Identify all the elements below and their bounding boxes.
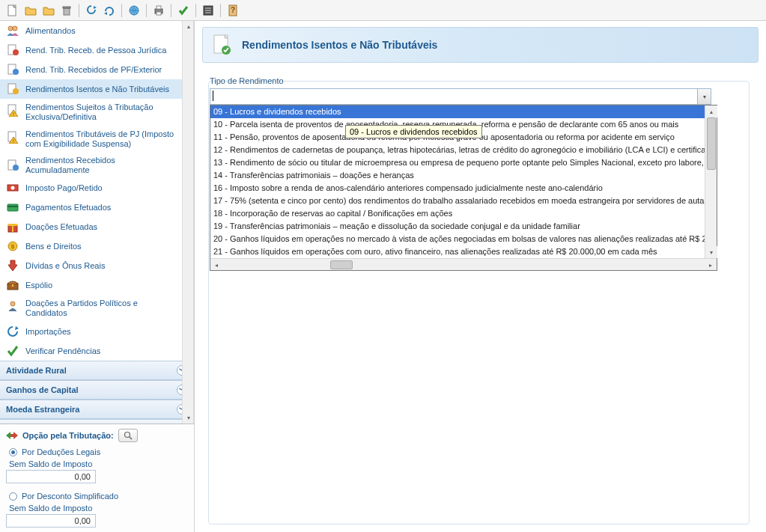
sidebar-scrollbar[interactable]: ▴ ▾ bbox=[182, 21, 193, 424]
accordion-label: Atividade Rural bbox=[6, 366, 67, 375]
sidebar-item-12[interactable]: Espólio bbox=[0, 275, 182, 295]
scroll-down-icon[interactable]: ▾ bbox=[705, 246, 717, 258]
svg-rect-34 bbox=[7, 204, 18, 211]
refresh-icon bbox=[6, 325, 19, 338]
trash-button[interactable] bbox=[58, 2, 75, 19]
accordion-label: Ganhos de Capital bbox=[6, 385, 79, 394]
folder-button[interactable] bbox=[40, 2, 57, 19]
list-button[interactable] bbox=[200, 2, 216, 19]
new-doc-button[interactable] bbox=[4, 2, 21, 19]
scroll-up-icon[interactable]: ▴ bbox=[183, 21, 194, 32]
hscroll-thumb[interactable] bbox=[330, 260, 353, 269]
accordion-3[interactable]: Renda Variável︽ bbox=[0, 419, 193, 424]
tax-option-search-button[interactable] bbox=[118, 429, 138, 442]
sidebar-item-label: Alimentandos bbox=[25, 26, 76, 36]
svg-rect-3 bbox=[63, 7, 70, 8]
doc-warn-icon: ! bbox=[6, 130, 19, 144]
tax-option-panel: Opção pela Tributação: Por Deduções Lega… bbox=[0, 424, 194, 532]
dropdown-tooltip: 09 - Lucros e dividendos recebidos bbox=[345, 125, 482, 138]
sidebar-item-5[interactable]: !Rendimentos Tributáveis de PJ (Imposto … bbox=[0, 126, 182, 153]
dropdown-option[interactable]: 14 - Transferências patrimoniais – doaçõ… bbox=[210, 169, 705, 182]
coin-icon: $ bbox=[6, 239, 19, 253]
people-icon bbox=[6, 24, 19, 37]
combo-dropdown-button[interactable]: ▾ bbox=[697, 89, 711, 104]
text-cursor bbox=[213, 91, 213, 101]
scroll-up-icon[interactable]: ▴ bbox=[705, 106, 717, 117]
sidebar-item-label: Rendimentos Tributáveis de PJ (Imposto c… bbox=[25, 129, 176, 149]
tax-option-simplified-radio[interactable]: Por Desconto Simplificado bbox=[6, 489, 188, 502]
dropdown-option[interactable]: 12 - Rendimentos de cadernetas de poupan… bbox=[210, 144, 705, 156]
accordion-2[interactable]: Moeda Estrangeira︾ bbox=[0, 400, 193, 419]
svg-point-19 bbox=[13, 49, 19, 55]
sidebar-item-11[interactable]: Dívidas e Ônus Reais bbox=[0, 256, 182, 275]
sidebar-item-label: Rend. Trib. Receb. de Pessoa Jurídica bbox=[25, 46, 166, 55]
svg-text:!: ! bbox=[13, 111, 14, 117]
dropdown-option[interactable]: 13 - Rendimento de sócio ou titular de m… bbox=[210, 156, 705, 169]
sidebar-item-3[interactable]: Rendimentos Isentos e Não Tributáveis bbox=[0, 79, 182, 99]
doc-red-icon bbox=[6, 43, 19, 57]
svg-rect-43 bbox=[12, 284, 13, 287]
dropdown-option[interactable]: 19 - Transferências patrimoniais – meaçã… bbox=[210, 220, 705, 233]
print-button[interactable] bbox=[151, 2, 167, 19]
accordion-label: Moeda Estrangeira bbox=[6, 405, 79, 414]
sidebar-item-label: Rendimentos Sujeitos à Tributação Exclus… bbox=[25, 103, 176, 122]
svg-text:?: ? bbox=[231, 6, 235, 14]
sidebar-item-6[interactable]: Rendimentos Recebidos Acumuladamente bbox=[0, 153, 182, 178]
sync-down-button[interactable] bbox=[83, 2, 100, 19]
sidebar-item-4[interactable]: !Rendimentos Sujeitos à Tributação Exclu… bbox=[0, 99, 182, 126]
sidebar-item-label: Doações Efetuadas bbox=[25, 222, 97, 232]
globe-button[interactable] bbox=[126, 2, 142, 19]
sidebar-item-15[interactable]: Verificar Pendências bbox=[0, 341, 182, 361]
svg-point-16 bbox=[8, 26, 13, 31]
sidebar-item-10[interactable]: $Bens e Direitos bbox=[0, 236, 182, 256]
scroll-right-icon[interactable]: ▸ bbox=[705, 259, 717, 271]
sidebar-item-14[interactable]: Importações bbox=[0, 322, 182, 341]
sync-up-button[interactable] bbox=[101, 2, 118, 19]
gift-icon bbox=[6, 220, 19, 233]
svg-line-49 bbox=[130, 437, 132, 439]
accordion-0[interactable]: Atividade Rural︾ bbox=[0, 361, 193, 380]
dropdown-option[interactable]: 18 - Incorporação de reservas ao capital… bbox=[210, 207, 705, 220]
chest-icon bbox=[6, 278, 19, 292]
income-type-input[interactable] bbox=[210, 88, 711, 105]
sidebar-item-label: Doações a Partidos Políticos e Candidato… bbox=[25, 299, 176, 318]
sidebar-item-9[interactable]: Doações Efetuadas bbox=[0, 217, 182, 236]
sidebar-item-0[interactable]: Alimentandos bbox=[0, 21, 182, 40]
scroll-left-icon[interactable]: ◂ bbox=[210, 259, 222, 271]
sidebar-item-13[interactable]: Doações a Partidos Políticos e Candidato… bbox=[0, 295, 182, 322]
income-type-combo: ▾ 09 - Lucros e dividendos recebidos10 -… bbox=[210, 88, 711, 105]
sidebar-item-label: Rend. Trib. Recebidos de PF/Exterior bbox=[25, 65, 162, 75]
svg-point-48 bbox=[124, 432, 130, 438]
svg-text:$: $ bbox=[11, 243, 15, 250]
doc-blue-icon bbox=[6, 159, 19, 172]
sidebar: AlimentandosRend. Trib. Receb. de Pessoa… bbox=[0, 21, 195, 532]
open-folder-button[interactable] bbox=[22, 2, 39, 19]
sidebar-item-1[interactable]: Rend. Trib. Receb. de Pessoa Jurídica bbox=[0, 40, 182, 60]
sidebar-item-2[interactable]: Rend. Trib. Recebidos de PF/Exterior bbox=[0, 60, 182, 79]
dropdown-option[interactable]: 16 - Imposto sobre a renda de anos-calen… bbox=[210, 182, 705, 195]
sidebar-item-8[interactable]: Pagamentos Efetuados bbox=[0, 198, 182, 217]
svg-rect-38 bbox=[12, 224, 13, 232]
income-type-label: Tipo de Rendimento bbox=[210, 76, 751, 85]
check-button[interactable] bbox=[175, 2, 192, 19]
help-button[interactable]: ? bbox=[225, 2, 241, 19]
dropdown-option[interactable]: 17 - 75% (setenta e cinco por cento) dos… bbox=[210, 195, 705, 207]
dropdown-vscrollbar[interactable]: ▴ ▾ bbox=[705, 106, 717, 258]
doc-yellow-icon bbox=[6, 82, 19, 96]
dropdown-option[interactable]: 09 - Lucros e dividendos recebidos bbox=[210, 106, 705, 118]
dropdown-hscrollbar[interactable]: ◂ ▸ bbox=[210, 258, 717, 270]
balance-value-1: 0,00 bbox=[6, 470, 96, 483]
tax-option-deductions-radio[interactable]: Por Deduções Legais bbox=[6, 445, 188, 458]
svg-text:!: ! bbox=[13, 138, 14, 144]
svg-point-33 bbox=[11, 186, 15, 190]
accordion-1[interactable]: Ganhos de Capital︾ bbox=[0, 380, 193, 400]
balance-value-2: 0,00 bbox=[6, 514, 96, 528]
dropdown-option[interactable]: 21 - Ganhos líquidos em operações com ou… bbox=[210, 245, 705, 258]
sidebar-item-7[interactable]: Imposto Pago/Retido bbox=[0, 178, 182, 198]
svg-point-31 bbox=[13, 165, 19, 171]
dropdown-option[interactable]: 20 - Ganhos líquidos em operações no mer… bbox=[210, 233, 705, 245]
doc-warn-icon: ! bbox=[6, 103, 19, 117]
scroll-down-icon[interactable]: ▾ bbox=[183, 412, 194, 424]
main-content: Rendimentos Isentos e Não Tributáveis Ti… bbox=[195, 21, 766, 532]
vscroll-thumb[interactable] bbox=[707, 117, 716, 170]
